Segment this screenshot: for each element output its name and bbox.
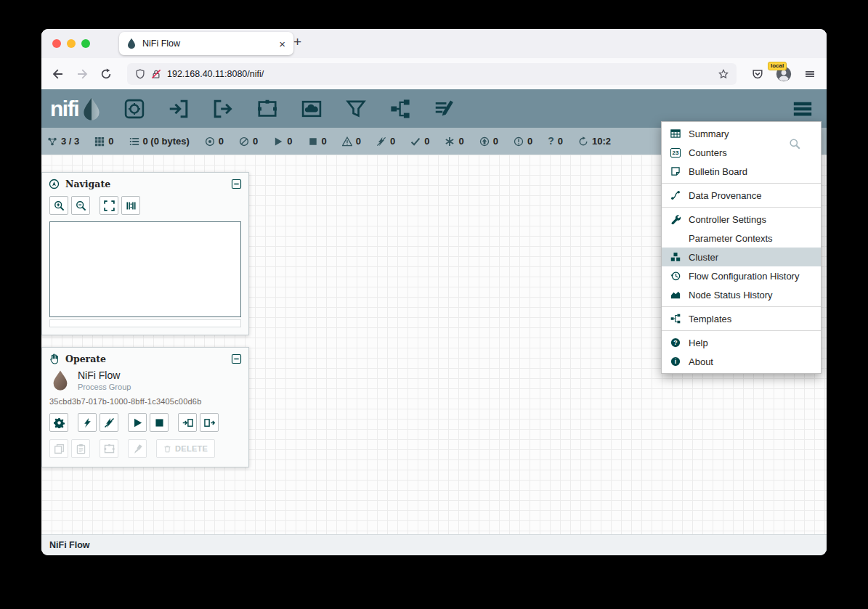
operate-collapse-button[interactable] (231, 353, 242, 364)
process-group-drop-icon (49, 369, 71, 391)
pocket-icon[interactable] (752, 68, 763, 80)
fullscreen-window-button[interactable] (81, 39, 90, 48)
upload-template-icon (204, 417, 215, 428)
tracking-shield-icon[interactable] (135, 69, 145, 79)
locally-modified-stale-count-value: 0 (527, 136, 532, 147)
processor-icon[interactable] (124, 99, 145, 119)
nifi-favicon-icon (126, 38, 137, 49)
zoom-out-button[interactable] (71, 196, 90, 215)
stale-count-value: 0 (493, 136, 498, 147)
menu-item-label: Cluster (689, 252, 718, 263)
forward-icon[interactable] (76, 68, 88, 80)
navigate-panel-body (42, 193, 248, 335)
provenance-icon (670, 190, 681, 200)
copy-button (49, 439, 68, 458)
browser-tab[interactable]: NiFi Flow × (119, 32, 293, 55)
component-type: Process Group (78, 383, 131, 391)
configuration-button[interactable] (49, 413, 68, 432)
label-icon[interactable] (434, 99, 455, 119)
stop-icon (308, 136, 318, 147)
gear-icon (54, 417, 65, 428)
menu-divider (662, 306, 821, 307)
breadcrumb[interactable]: NiFi Flow (49, 540, 90, 550)
remote-process-group-icon[interactable] (301, 99, 322, 119)
funnel-icon[interactable] (346, 99, 366, 119)
menu-divider (662, 330, 821, 331)
component-toolbar (124, 99, 455, 119)
list-icon (129, 136, 139, 147)
browser-menu-icon[interactable] (804, 68, 816, 80)
navigate-icon (49, 179, 60, 189)
group-icon (104, 444, 115, 454)
operate-panel-body: NiFi Flow Process Group 35cbd3b7-017b-10… (42, 368, 248, 467)
close-window-button[interactable] (52, 39, 61, 48)
navigate-collapse-button[interactable] (231, 179, 242, 189)
menu-item-cluster[interactable]: Cluster (662, 248, 821, 266)
refresh-icon (578, 136, 588, 147)
menu-item-about[interactable]: iAbout (662, 352, 821, 371)
operate-buttons-row-2: DELETE (49, 439, 241, 458)
menu-item-node-status-history[interactable]: Node Status History (662, 285, 821, 304)
warning-icon (342, 136, 352, 147)
input-port-icon[interactable] (169, 99, 189, 119)
birdseye-view[interactable] (49, 221, 241, 317)
sync-failure-count-value: 0 (558, 136, 563, 147)
url-bar[interactable]: 192.168.40.11:8080/nifi/ (127, 63, 737, 85)
upload-template-button[interactable] (200, 413, 219, 432)
actual-size-icon (126, 200, 137, 211)
connected-nodes-count: 3 / 3 (47, 136, 79, 147)
disable-button[interactable] (100, 413, 118, 432)
menu-item-label: Summary (689, 128, 729, 139)
create-template-button[interactable] (178, 413, 197, 432)
back-icon[interactable] (52, 68, 64, 80)
invalid-count-value: 0 (356, 136, 361, 147)
area-chart-icon (670, 290, 681, 300)
process-group-icon[interactable] (257, 99, 277, 119)
zoom-fit-button[interactable] (100, 196, 118, 215)
birdseye-scrollbar[interactable] (49, 319, 241, 327)
url-text[interactable]: 192.168.40.11:8080/nifi/ (167, 69, 264, 79)
stop-button[interactable] (150, 413, 169, 432)
menu-item-label: Help (689, 338, 708, 348)
menu-divider (662, 207, 821, 208)
fill-color-button (128, 439, 147, 458)
disabled-count: 0 (376, 136, 395, 147)
sticky-note-icon (670, 166, 681, 176)
search-icon[interactable] (789, 138, 800, 150)
locally-modified-count: 0 (445, 136, 463, 147)
question-icon: ? (548, 136, 554, 146)
zoom-actual-size-button[interactable] (121, 196, 140, 215)
menu-item-controller-settings[interactable]: Controller Settings (662, 210, 821, 229)
global-menu-button[interactable] (792, 98, 814, 120)
component-id: 35cbd3b7-017b-1000-8bff-1c3405c00d6b (49, 397, 241, 406)
bookmark-star-icon[interactable] (718, 69, 729, 79)
bullseye-icon (205, 136, 215, 147)
menu-item-bulletin-board[interactable]: Bulletin Board (662, 162, 821, 181)
info-circle-icon: i (670, 356, 681, 367)
insecure-lock-icon[interactable] (151, 69, 161, 79)
not-transmitting-count-value: 0 (253, 136, 258, 147)
reload-icon[interactable] (100, 68, 112, 80)
menu-item-data-provenance[interactable]: Data Provenance (662, 186, 821, 205)
output-port-icon[interactable] (213, 99, 233, 119)
circle-slash-icon (239, 136, 249, 147)
transmitting-count-value: 0 (219, 136, 224, 147)
enable-button[interactable] (78, 413, 97, 432)
menu-item-label: Counters (689, 147, 727, 158)
menu-item-label: Parameter Contexts (689, 233, 773, 244)
menu-item-flow-configuration-history[interactable]: Flow Configuration History (662, 266, 821, 285)
new-tab-button[interactable]: + (293, 35, 301, 49)
operate-panel: Operate NiFi Flow Process Group 35cbd3b7… (41, 347, 249, 467)
menu-item-templates[interactable]: Templates (662, 309, 821, 328)
minimize-window-button[interactable] (67, 39, 76, 48)
zoom-in-button[interactable] (49, 196, 68, 215)
template-icon[interactable] (390, 99, 410, 119)
profile-avatar[interactable]: local (776, 66, 792, 82)
operate-buttons-row-1 (49, 413, 241, 432)
tab-close-icon[interactable]: × (277, 38, 287, 49)
exclamation-circle-icon (514, 136, 524, 147)
menu-item-parameter-contexts[interactable]: Parameter Contexts (662, 229, 821, 248)
menu-item-help[interactable]: ?Help (662, 333, 821, 352)
start-button[interactable] (128, 413, 147, 432)
menu-item-label: About (689, 356, 713, 367)
